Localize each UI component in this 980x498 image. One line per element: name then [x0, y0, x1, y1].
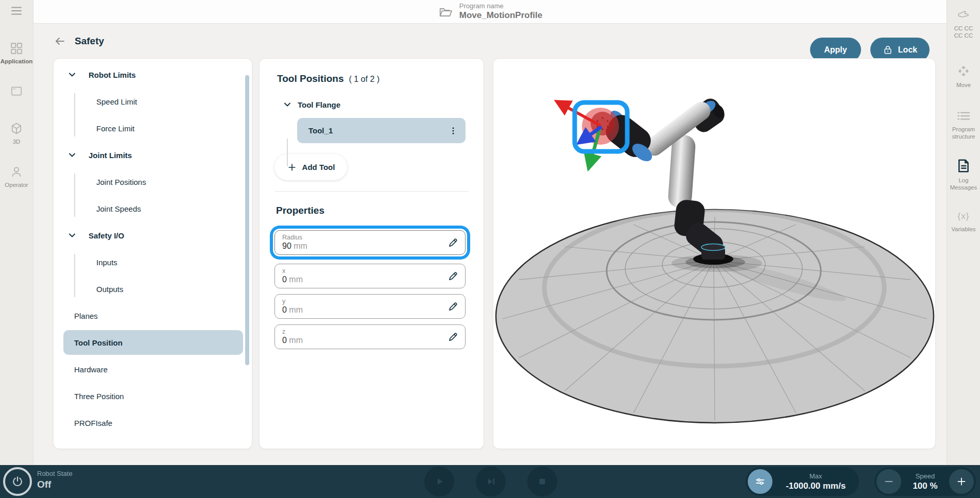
- stop-icon: [536, 475, 549, 488]
- speed-settings-button[interactable]: [748, 469, 772, 494]
- tree-item-three-position[interactable]: Three Position: [54, 383, 252, 409]
- tree-item-label: Hardware: [74, 365, 108, 374]
- main-menu-button[interactable]: [0, 4, 33, 20]
- tree-item-profisafe[interactable]: PROFIsafe: [54, 409, 252, 436]
- add-tool-label: Add Tool: [302, 163, 335, 171]
- operator-person-icon: [9, 165, 24, 179]
- menu-icon: [9, 4, 24, 18]
- field-unit: mm: [289, 305, 303, 314]
- tree-connector: [74, 254, 75, 297]
- tree-connector: [74, 93, 75, 136]
- edit-pencil-icon[interactable]: [448, 270, 459, 282]
- tool-positions-title: Tool Positions: [277, 73, 343, 84]
- sidebar-item-log-messages[interactable]: Log Messages: [947, 157, 980, 191]
- tool-name: Tool_1: [308, 126, 333, 135]
- tool-options-kebab-button[interactable]: [446, 124, 460, 138]
- z-field[interactable]: z 0 mm: [274, 324, 466, 349]
- minus-icon: [883, 476, 895, 487]
- tree-item-label: Three Position: [74, 392, 124, 401]
- sidebar-item-window[interactable]: [0, 84, 33, 100]
- radius-field[interactable]: Radius 90 mm: [274, 230, 466, 255]
- kebab-menu-icon: [449, 125, 458, 136]
- sidebar-item-freedrive[interactable]: CC CC CC CC: [947, 7, 980, 39]
- play-button[interactable]: [424, 467, 454, 496]
- tree-item-robot-limits[interactable]: Robot Limits: [54, 61, 252, 88]
- field-label: Radius: [282, 234, 442, 241]
- program-name-block[interactable]: Program name Move_MotionProfile: [438, 2, 543, 21]
- left-sidebar: Application 3D Operator: [0, 0, 33, 498]
- sidebar-item-program-structure[interactable]: Program structure: [947, 108, 980, 140]
- sidebar-item-application[interactable]: Application: [0, 41, 33, 65]
- back-arrow-icon[interactable]: [53, 35, 66, 47]
- tool-flange-label: Tool Flange: [298, 100, 340, 109]
- page-title: Safety: [75, 36, 104, 47]
- robot-3d-viewport[interactable]: [493, 58, 936, 449]
- tree-item-hardware[interactable]: Hardware: [54, 356, 252, 383]
- sidebar-item-label: Variables: [947, 226, 980, 233]
- tree-item-label: Joint Speeds: [96, 204, 141, 213]
- tree-item-planes[interactable]: Planes: [54, 302, 252, 329]
- lock-button-label: Lock: [898, 45, 917, 55]
- x-field[interactable]: x 0 mm: [274, 264, 466, 288]
- safety-tree: Robot Limits Speed Limit Force Limit Joi…: [54, 59, 252, 436]
- divider: [274, 191, 469, 192]
- tree-item-label: Force Limit: [96, 124, 134, 133]
- field-label: x: [282, 267, 442, 274]
- speed-label: Speed: [901, 472, 949, 480]
- robot-state-block: Robot State Off: [37, 470, 73, 490]
- sidebar-item-operator[interactable]: Operator: [0, 165, 33, 188]
- sidebar-item-label: Log: [947, 177, 980, 184]
- stop-button[interactable]: [527, 467, 557, 496]
- main-content: Safety Apply Lock Robot Limits Speed Lim…: [33, 24, 947, 465]
- field-unit: mm: [289, 336, 303, 345]
- tool-list-item[interactable]: Tool_1: [297, 118, 466, 143]
- power-button[interactable]: [3, 467, 32, 496]
- edit-pencil-icon[interactable]: [448, 237, 459, 248]
- max-label: Max: [772, 472, 859, 480]
- tree-item-tool-position[interactable]: Tool Position: [63, 330, 243, 355]
- window-icon: [10, 84, 23, 98]
- log-document-icon: [955, 157, 972, 175]
- safety-tree-panel: Robot Limits Speed Limit Force Limit Joi…: [53, 58, 252, 449]
- tree-item-label: Joint Limits: [89, 151, 132, 160]
- edit-pencil-icon[interactable]: [448, 301, 459, 312]
- tree-item-joint-limits[interactable]: Joint Limits: [54, 142, 252, 168]
- max-speed-pill: Max -1000.00 mm/s: [746, 467, 859, 496]
- tree-item-label: Outputs: [96, 285, 124, 294]
- tree-item-safety-io[interactable]: Safety I/O: [54, 222, 252, 249]
- tree-connector: [287, 139, 288, 166]
- plus-icon: [287, 162, 297, 173]
- tree-item-joint-positions[interactable]: Joint Positions: [54, 168, 252, 195]
- step-forward-button[interactable]: [476, 467, 506, 496]
- tree-connector: [74, 174, 75, 217]
- speed-value: 100 %: [901, 481, 949, 491]
- field-value: 0: [282, 305, 287, 314]
- sidebar-item-move[interactable]: Move: [947, 63, 980, 89]
- tool-flange-node[interactable]: Tool Flange: [260, 96, 484, 113]
- bottom-status-bar: Robot State Off Max -1000.00 mm/s: [0, 465, 980, 498]
- y-field[interactable]: y 0 mm: [274, 294, 466, 319]
- tree-item-label: Safety I/O: [89, 231, 124, 240]
- tool-positions-count: ( 1 of 2 ): [349, 75, 380, 84]
- sidebar-item-label: Messages: [947, 184, 980, 191]
- tree-item-speed-limit[interactable]: Speed Limit: [54, 88, 252, 115]
- tree-item-inputs[interactable]: Inputs: [54, 249, 252, 276]
- edit-pencil-icon[interactable]: [448, 331, 459, 342]
- folder-open-icon: [438, 5, 453, 20]
- power-icon: [11, 475, 24, 488]
- sidebar-item-3d[interactable]: 3D: [0, 122, 33, 145]
- robot-state-value: Off: [37, 479, 73, 490]
- top-bar: Program name Move_MotionProfile: [33, 0, 947, 24]
- tree-item-joint-speeds[interactable]: Joint Speeds: [54, 195, 252, 222]
- sidebar-item-variables[interactable]: {x} Variables: [947, 211, 980, 233]
- add-tool-button[interactable]: Add Tool: [274, 154, 347, 180]
- tree-item-outputs[interactable]: Outputs: [54, 276, 252, 302]
- speed-increase-button[interactable]: [949, 469, 974, 494]
- play-icon: [433, 475, 446, 488]
- tree-scrollbar[interactable]: [245, 75, 249, 365]
- speed-decrease-button[interactable]: [876, 469, 901, 494]
- field-unit: mm: [289, 275, 303, 284]
- tree-item-force-limit[interactable]: Force Limit: [54, 115, 252, 142]
- cube-3d-icon: [9, 122, 24, 136]
- field-value: 0: [282, 275, 287, 284]
